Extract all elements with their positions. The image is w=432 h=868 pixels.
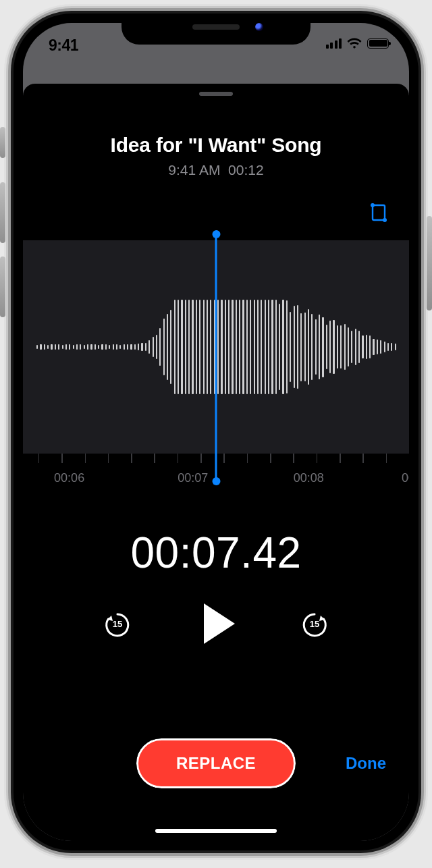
mute-switch[interactable] (0, 127, 5, 158)
recording-meta: 9:41 AM 00:12 (23, 162, 409, 178)
play-button[interactable] (204, 603, 235, 644)
editor-sheet: Idea for "I Want" Song 9:41 AM 00:12 (23, 84, 409, 841)
done-button[interactable]: Done (346, 754, 386, 773)
power-button[interactable] (427, 216, 432, 310)
cellular-icon (326, 38, 342, 49)
ruler-label: 00:09 (402, 471, 409, 485)
screen: 9:41 Idea for "I Want" Song 9:41 AM 00:1 (23, 23, 409, 841)
elapsed-time: 00:07.42 (23, 528, 409, 578)
recording-time: 9:41 AM (168, 162, 220, 178)
bottom-bar: REPLACE Done (23, 738, 409, 788)
ruler-label: 00:06 (54, 471, 84, 485)
wifi-icon (347, 38, 362, 49)
sheet-grabber[interactable] (199, 92, 233, 96)
status-time: 9:41 (49, 36, 78, 55)
transport-controls: 15 15 (23, 603, 409, 644)
recording-title: Idea for "I Want" Song (23, 134, 409, 157)
notch (122, 13, 310, 45)
skip-back-button[interactable]: 15 (103, 609, 132, 639)
replace-button[interactable]: REPLACE (136, 738, 296, 788)
front-camera (255, 23, 263, 31)
ruler-label: 00:08 (294, 471, 324, 485)
playhead[interactable] (215, 234, 217, 482)
svg-point-1 (371, 203, 375, 207)
recording-duration: 00:12 (228, 162, 264, 178)
volume-down-button[interactable] (0, 256, 5, 317)
skip-forward-button[interactable]: 15 (300, 609, 329, 639)
phone-frame: 9:41 Idea for "I Want" Song 9:41 AM 00:1 (14, 13, 418, 850)
ruler-label: 00:07 (178, 471, 208, 485)
trim-button[interactable] (369, 202, 390, 224)
svg-rect-0 (373, 205, 385, 220)
volume-up-button[interactable] (0, 182, 5, 243)
svg-point-2 (383, 218, 387, 222)
skip-seconds-label: 15 (310, 619, 319, 629)
skip-seconds-label: 15 (113, 619, 122, 629)
earpiece (192, 24, 240, 30)
home-indicator[interactable] (155, 829, 277, 833)
battery-icon (367, 38, 389, 49)
trim-icon (369, 202, 390, 224)
